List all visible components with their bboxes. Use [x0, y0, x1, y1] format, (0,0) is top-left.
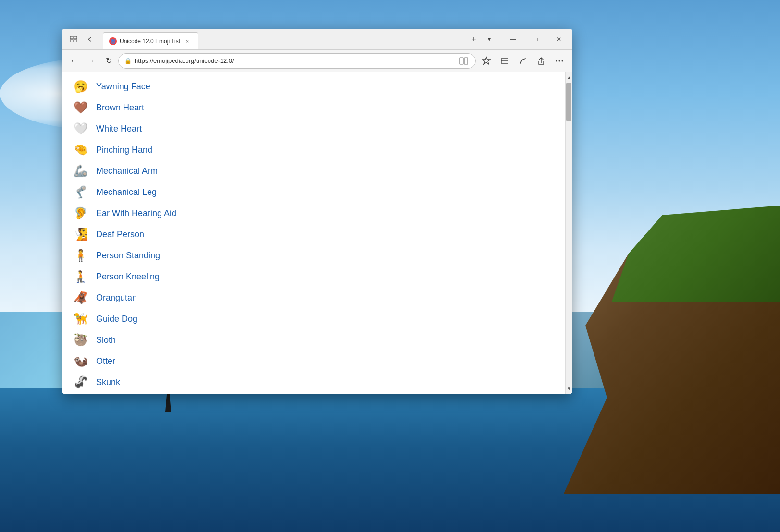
emoji-icon: 🤍 [72, 122, 89, 135]
emoji-list-item: 🤎Brown Heart [72, 97, 556, 118]
emoji-name-link[interactable]: Deaf Person [96, 230, 144, 240]
address-bar[interactable]: 🔒 https://emojipedia.org/unicode-12.0/ [118, 53, 476, 69]
emoji-name-link[interactable]: Guide Dog [96, 314, 137, 324]
refresh-button[interactable]: ↻ [101, 53, 116, 69]
svg-rect-1 [74, 36, 77, 39]
share-button[interactable] [532, 52, 550, 70]
emoji-icon: 🦾 [72, 164, 89, 178]
window-controls: — □ ✕ [500, 29, 572, 49]
tab-bar-left [62, 29, 101, 49]
url-text: https://emojipedia.org/unicode-12.0/ [135, 57, 455, 64]
back-tab-button[interactable] [83, 32, 97, 47]
scroll-thumb[interactable] [566, 83, 571, 121]
scroll-track [566, 83, 572, 383]
emoji-icon: 🦮 [72, 312, 89, 326]
more-button[interactable] [551, 52, 568, 70]
tab-close-button[interactable]: × [183, 37, 192, 46]
svg-rect-4 [460, 58, 463, 64]
forward-button[interactable]: → [84, 53, 99, 69]
emoji-icon: 🦦 [72, 354, 89, 368]
emoji-name-link[interactable]: Mechanical Leg [96, 187, 157, 197]
emoji-icon: 🧍 [72, 249, 89, 262]
emoji-list-item: 🧎Person Kneeling [72, 266, 556, 287]
tab-favicon: 🌀 [109, 37, 117, 45]
emoji-list-item: 🦨Skunk [72, 372, 556, 393]
new-tab-button[interactable]: + [467, 33, 481, 46]
emoji-list-item: 🦮Guide Dog [72, 308, 556, 329]
content-area: 🥱Yawning Face🤎Brown Heart🤍White Heart🤏Pi… [62, 72, 572, 394]
emoji-name-link[interactable]: Orangutan [96, 293, 137, 303]
emoji-icon: 🥱 [72, 80, 89, 93]
reader-view-icon[interactable] [458, 55, 470, 67]
emoji-list-item: 🦧Orangutan [72, 287, 556, 308]
emoji-list-item: 🦩Flamingo [72, 393, 556, 394]
tab-container: 🌀 Unicode 12.0 Emoji List × [101, 29, 463, 49]
emoji-list-item: 🧍Person Standing [72, 245, 556, 266]
lock-icon: 🔒 [124, 58, 132, 64]
emoji-icon: 🤎 [72, 101, 89, 114]
emoji-icon: 🦨 [72, 375, 89, 389]
emoji-icon: 🦿 [72, 185, 89, 199]
tab-title: Unicode 12.0 Emoji List [120, 38, 180, 45]
tab-list-button[interactable] [66, 32, 81, 47]
address-bar-row: ← → ↻ 🔒 https://emojipedia.org/unicode-1… [62, 50, 572, 72]
emoji-name-link[interactable]: Mechanical Arm [96, 166, 158, 176]
close-button[interactable]: ✕ [548, 29, 570, 50]
emoji-list-item: 🦿Mechanical Leg [72, 181, 556, 203]
active-tab[interactable]: 🌀 Unicode 12.0 Emoji List × [103, 32, 198, 49]
emoji-list-item: 🦾Mechanical Arm [72, 160, 556, 181]
emoji-name-link[interactable]: Sloth [96, 335, 116, 345]
svg-rect-2 [70, 40, 73, 42]
emoji-list-item: 🤍White Heart [72, 118, 556, 139]
emoji-name-link[interactable]: Brown Heart [96, 103, 144, 113]
back-button[interactable]: ← [66, 53, 82, 69]
tab-actions: + ▾ [463, 29, 500, 49]
collections-button[interactable] [496, 52, 513, 70]
emoji-name-link[interactable]: Skunk [96, 377, 120, 387]
emoji-icon: 🤏 [72, 143, 89, 157]
page-content: 🥱Yawning Face🤎Brown Heart🤍White Heart🤏Pi… [62, 72, 565, 394]
browser-window: 🌀 Unicode 12.0 Emoji List × + ▾ — □ ✕ ← … [62, 29, 572, 394]
emoji-list-item: 🤏Pinching Hand [72, 139, 556, 160]
emoji-name-link[interactable]: Person Kneeling [96, 272, 160, 282]
emoji-list-item: 🧏Deaf Person [72, 224, 556, 245]
scroll-down-button[interactable]: ▼ [566, 383, 572, 394]
emoji-icon: 🦧 [72, 291, 89, 304]
svg-point-12 [559, 60, 560, 61]
emoji-list-item: 🦥Sloth [72, 329, 556, 351]
emoji-name-link[interactable]: Pinching Hand [96, 145, 152, 155]
scrollbar: ▲ ▼ [565, 72, 572, 394]
emoji-name-link[interactable]: Ear With Hearing Aid [96, 208, 176, 218]
toolbar-actions [478, 52, 568, 70]
notes-button[interactable] [514, 52, 532, 70]
tab-dropdown-button[interactable]: ▾ [483, 33, 496, 46]
emoji-icon: 🧎 [72, 270, 89, 283]
svg-rect-3 [74, 40, 77, 42]
title-bar: 🌀 Unicode 12.0 Emoji List × + ▾ — □ ✕ [62, 29, 572, 50]
emoji-name-link[interactable]: Person Standing [96, 251, 160, 261]
emoji-list: 🥱Yawning Face🤎Brown Heart🤍White Heart🤏Pi… [72, 76, 556, 394]
minimize-button[interactable]: — [502, 29, 524, 50]
emoji-icon: 🦻 [72, 206, 89, 220]
emoji-icon: 🦥 [72, 333, 89, 347]
svg-point-11 [556, 60, 557, 61]
emoji-list-item: 🥱Yawning Face [72, 76, 556, 97]
emoji-list-item: 🦦Otter [72, 351, 556, 372]
scroll-up-button[interactable]: ▲ [566, 72, 572, 83]
emoji-list-item: 🦻Ear With Hearing Aid [72, 203, 556, 224]
maximize-button[interactable]: □ [525, 29, 547, 50]
favorites-button[interactable] [478, 52, 495, 70]
emoji-name-link[interactable]: White Heart [96, 124, 142, 134]
svg-point-13 [562, 60, 563, 61]
emoji-name-link[interactable]: Yawning Face [96, 82, 150, 92]
emoji-name-link[interactable]: Otter [96, 356, 115, 366]
svg-rect-0 [70, 36, 73, 39]
emoji-icon: 🧏 [72, 228, 89, 241]
svg-rect-5 [464, 58, 468, 64]
